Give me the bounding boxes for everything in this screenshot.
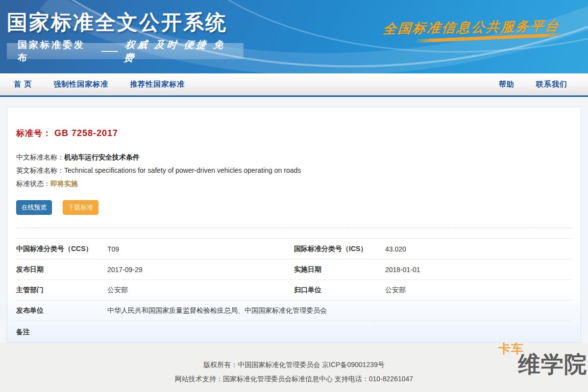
status-label: 标准状态： xyxy=(16,180,50,187)
nav-item-mandatory-standards[interactable]: 强制性国家标准 xyxy=(53,80,108,89)
table-cell-publish-date: 发布日期 2017-09-29 xyxy=(16,265,294,274)
status-line: 标准状态：即将实施 xyxy=(16,177,572,190)
competent-dept-value: 公安部 xyxy=(107,286,128,295)
standard-detail-card: 标准号：GB 7258-2017 中文标准名称：机动车运行安全技术条件 英文标准… xyxy=(7,107,581,343)
table-row: 中国标准分类号（CCS） T09 国际标准分类号（ICS） 43.020 xyxy=(16,239,572,259)
standard-number-label: 标准号： xyxy=(16,129,51,138)
table-cell-competent-dept: 主管部门 公安部 xyxy=(16,286,294,295)
site-title: 国家标准全文公开系统 xyxy=(7,9,227,36)
en-name-line: 英文标准名称：Technical specifications for safe… xyxy=(16,164,572,177)
detail-table: 中国标准分类号（CCS） T09 国际标准分类号（ICS） 43.020 发布日… xyxy=(16,238,572,348)
en-name-label: 英文标准名称： xyxy=(16,166,64,174)
tagline-motto: 权威 及时 便捷 免费 xyxy=(123,38,234,65)
ics-value: 43.020 xyxy=(385,245,406,253)
tagline-publisher: 国家标准委发布 xyxy=(18,39,93,64)
nav-item-help[interactable]: 帮助 xyxy=(499,80,514,89)
status-badge: 即将实施 xyxy=(50,180,78,187)
nav-item-recommended-standards[interactable]: 推荐性国家标准 xyxy=(130,80,185,89)
main-navigation: 首 页 强制性国家标准 推荐性国家标准 帮助 联系我们 xyxy=(0,73,588,97)
table-cell-ics: 国际标准分类号（ICS） 43.020 xyxy=(294,245,572,254)
tech-support-line: 网站技术支持：国家标准化管理委员会标准信息中心 支持电话：010-8226104… xyxy=(0,372,588,386)
site-footer: 版权所有：中国国家标准化管理委员会 京ICP备09001239号 网站技术支持：… xyxy=(0,343,588,392)
table-cell-issuing-unit: 发布单位 中华人民共和国国家质量监督检验检疫总局、中国国家标准化管理委员会 xyxy=(16,306,572,315)
download-standard-button[interactable]: 下载标准 xyxy=(63,200,98,215)
standard-number-line: 标准号：GB 7258-2017 xyxy=(16,128,572,139)
standard-meta: 中文标准名称：机动车运行安全技术条件 英文标准名称：Technical spec… xyxy=(16,151,572,190)
publish-date-value: 2017-09-29 xyxy=(107,266,143,274)
dashed-divider xyxy=(16,228,572,228)
nav-right-group: 帮助 联系我们 xyxy=(499,80,574,89)
competent-dept-label: 主管部门 xyxy=(16,286,107,295)
ics-label: 国际标准分类号（ICS） xyxy=(294,245,385,254)
table-row: 备注 xyxy=(16,321,572,348)
online-preview-button[interactable]: 在线预览 xyxy=(16,200,52,215)
standard-number-value: GB 7258-2017 xyxy=(54,128,118,138)
ccs-label: 中国标准分类号（CCS） xyxy=(16,245,107,254)
cn-name-value: 机动车运行安全技术条件 xyxy=(64,153,140,161)
ccs-value: T09 xyxy=(107,245,119,253)
centralized-unit-value: 公安部 xyxy=(385,286,406,295)
table-cell-remarks: 备注 xyxy=(16,328,572,337)
issuing-unit-label: 发布单位 xyxy=(16,306,107,315)
centralized-unit-label: 归口单位 xyxy=(294,286,385,295)
tagline-dash: —— xyxy=(101,46,117,56)
cn-name-line: 中文标准名称：机动车运行安全技术条件 xyxy=(16,151,572,164)
remarks-label: 备注 xyxy=(16,328,107,337)
table-cell-implement-date: 实施日期 2018-01-01 xyxy=(294,265,572,274)
table-cell-centralized-unit: 归口单位 公安部 xyxy=(294,286,572,295)
page: 国家标准全文公开系统 国家标准委发布 —— 权威 及时 便捷 免费 全国标准信息… xyxy=(0,0,588,392)
nav-item-home[interactable]: 首 页 xyxy=(14,80,32,89)
site-header: 国家标准全文公开系统 国家标准委发布 —— 权威 及时 便捷 免费 全国标准信息… xyxy=(0,0,588,73)
main-content: 标准号：GB 7258-2017 中文标准名称：机动车运行安全技术条件 英文标准… xyxy=(0,97,588,343)
nav-left-group: 首 页 强制性国家标准 推荐性国家标准 xyxy=(14,80,185,89)
header-tagline-band: 国家标准委发布 —— 权威 及时 便捷 免费 xyxy=(7,43,244,59)
table-row: 主管部门 公安部 归口单位 公安部 xyxy=(16,280,572,300)
action-buttons: 在线预览 下载标准 xyxy=(16,200,572,215)
table-row: 发布单位 中华人民共和国国家质量监督检验检疫总局、中国国家标准化管理委员会 xyxy=(16,300,572,321)
publish-date-label: 发布日期 xyxy=(16,265,107,274)
table-row: 发布日期 2017-09-29 实施日期 2018-01-01 xyxy=(16,259,572,280)
en-name-value: Technical specifications for safety of p… xyxy=(64,166,301,174)
copyright-line: 版权所有：中国国家标准化管理委员会 京ICP备09001239号 xyxy=(0,358,588,372)
implement-date-label: 实施日期 xyxy=(294,265,385,274)
cn-name-label: 中文标准名称： xyxy=(16,153,64,161)
table-cell-ccs: 中国标准分类号（CCS） T09 xyxy=(16,245,294,254)
nav-item-contact[interactable]: 联系我们 xyxy=(536,80,567,89)
issuing-unit-value: 中华人民共和国国家质量监督检验检疫总局、中国国家标准化管理委员会 xyxy=(107,306,327,315)
implement-date-value: 2018-01-01 xyxy=(385,266,420,274)
